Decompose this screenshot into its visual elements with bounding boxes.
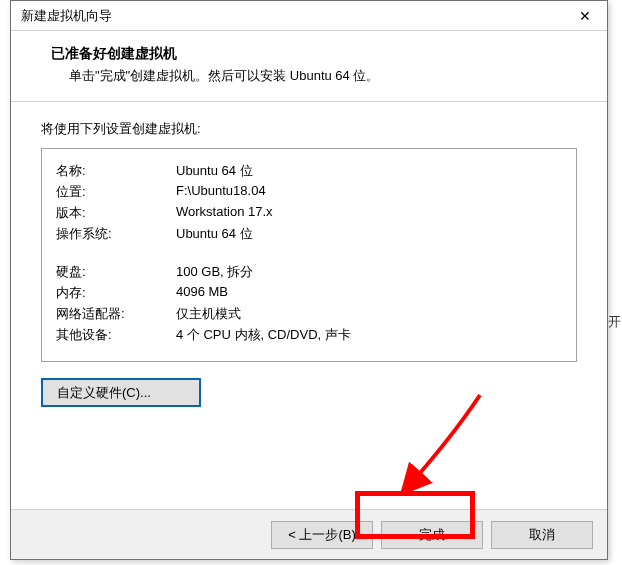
section-intro: 将使用下列设置创建虚拟机: <box>41 120 577 138</box>
version-value: Workstation 17.x <box>176 204 562 222</box>
memory-value: 4096 MB <box>176 284 562 302</box>
header: 已准备好创建虚拟机 单击"完成"创建虚拟机。然后可以安装 Ubuntu 64 位… <box>11 31 607 102</box>
os-label: 操作系统: <box>56 225 176 243</box>
memory-label: 内存: <box>56 284 176 302</box>
network-label: 网络适配器: <box>56 305 176 323</box>
row-version: 版本: Workstation 17.x <box>56 204 562 222</box>
customize-hardware-button[interactable]: 自定义硬件(C)... <box>41 378 201 407</box>
other-label: 其他设备: <box>56 326 176 344</box>
disk-label: 硬盘: <box>56 263 176 281</box>
row-memory: 内存: 4096 MB <box>56 284 562 302</box>
location-label: 位置: <box>56 183 176 201</box>
row-os: 操作系统: Ubuntu 64 位 <box>56 225 562 243</box>
dialog-title: 新建虚拟机向导 <box>21 7 112 25</box>
name-value: Ubuntu 64 位 <box>176 162 562 180</box>
row-network: 网络适配器: 仅主机模式 <box>56 305 562 323</box>
location-value: F:\Ubuntu18.04 <box>176 183 562 201</box>
titlebar: 新建虚拟机向导 ✕ <box>11 1 607 31</box>
row-other: 其他设备: 4 个 CPU 内核, CD/DVD, 声卡 <box>56 326 562 344</box>
finish-button[interactable]: 完成 <box>381 521 483 549</box>
footer: < 上一步(B) 完成 取消 <box>11 509 607 559</box>
disk-value: 100 GB, 拆分 <box>176 263 562 281</box>
os-value: Ubuntu 64 位 <box>176 225 562 243</box>
header-subtitle: 单击"完成"创建虚拟机。然后可以安装 Ubuntu 64 位。 <box>69 67 583 85</box>
background-text: 开。 <box>608 313 622 331</box>
network-value: 仅主机模式 <box>176 305 562 323</box>
dialog-body: 将使用下列设置创建虚拟机: 名称: Ubuntu 64 位 位置: F:\Ubu… <box>11 102 607 407</box>
version-label: 版本: <box>56 204 176 222</box>
row-disk: 硬盘: 100 GB, 拆分 <box>56 263 562 281</box>
name-label: 名称: <box>56 162 176 180</box>
row-name: 名称: Ubuntu 64 位 <box>56 162 562 180</box>
row-location: 位置: F:\Ubuntu18.04 <box>56 183 562 201</box>
cancel-button[interactable]: 取消 <box>491 521 593 549</box>
settings-box: 名称: Ubuntu 64 位 位置: F:\Ubuntu18.04 版本: W… <box>41 148 577 362</box>
close-button[interactable]: ✕ <box>562 1 607 30</box>
other-value: 4 个 CPU 内核, CD/DVD, 声卡 <box>176 326 562 344</box>
close-icon: ✕ <box>579 8 591 24</box>
header-title: 已准备好创建虚拟机 <box>51 45 583 63</box>
back-button[interactable]: < 上一步(B) <box>271 521 373 549</box>
wizard-dialog: 新建虚拟机向导 ✕ 已准备好创建虚拟机 单击"完成"创建虚拟机。然后可以安装 U… <box>10 0 608 560</box>
